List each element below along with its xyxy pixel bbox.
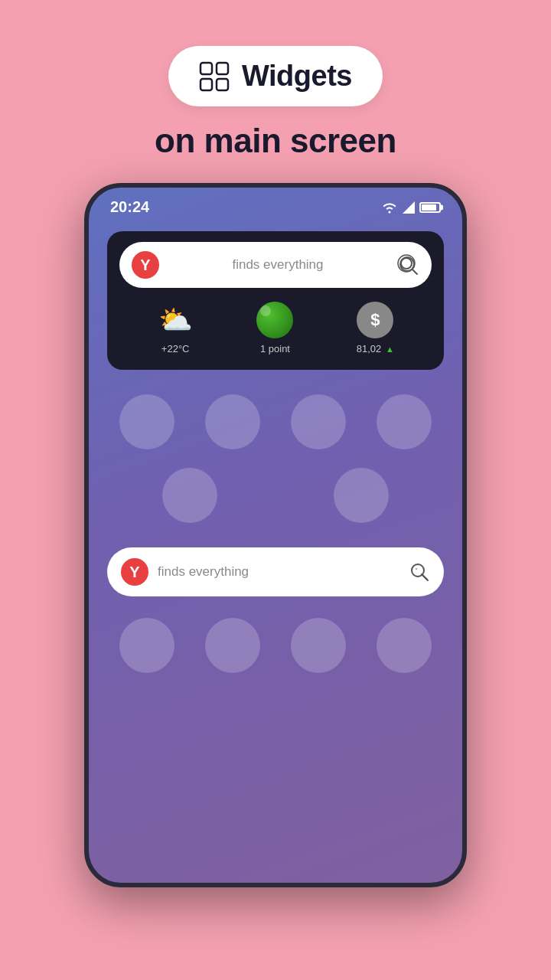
stock-trend: ▲	[386, 345, 394, 354]
svg-point-9	[416, 568, 417, 570]
app-icon[interactable]	[377, 618, 432, 673]
app-icon[interactable]	[377, 394, 432, 449]
large-widget: Y finds everything ⛅	[107, 231, 444, 370]
app-icon[interactable]	[334, 468, 389, 523]
signal-icon	[403, 201, 415, 214]
app-icon[interactable]	[119, 618, 174, 673]
svg-rect-1	[217, 63, 228, 74]
phone-mockup: 20:24	[84, 183, 467, 918]
lens-icon-small	[409, 561, 430, 583]
app-icon[interactable]	[291, 618, 346, 673]
weather-icon: ⛅	[157, 302, 194, 338]
stock-widget-item: $ 81,02 ▲	[357, 302, 394, 354]
search-placeholder-small: finds everything	[158, 564, 399, 580]
svg-marker-4	[403, 201, 415, 214]
search-placeholder-large: finds everything	[167, 257, 389, 273]
status-time: 20:24	[110, 198, 149, 216]
status-bar: 20:24	[89, 188, 462, 216]
svg-rect-0	[201, 63, 212, 74]
badge-label: Widgets	[242, 60, 352, 93]
widgets-icon	[199, 61, 230, 92]
widgets-badge: Widgets	[168, 46, 383, 106]
small-widget[interactable]: Y finds everything	[107, 547, 444, 596]
subtitle: on main screen	[155, 122, 396, 160]
battery-icon	[419, 202, 441, 213]
stock-label: 81,02 ▲	[357, 343, 394, 354]
top-section: Widgets on main screen	[155, 0, 396, 160]
app-icon[interactable]	[119, 394, 174, 449]
phone-frame: 20:24	[84, 183, 467, 887]
app-icon[interactable]	[205, 394, 260, 449]
weather-label: +22°C	[161, 343, 190, 354]
app-icon[interactable]	[205, 618, 260, 673]
bottom-grid	[107, 618, 444, 673]
wifi-icon	[381, 201, 398, 214]
status-icons	[381, 201, 441, 214]
app-icon[interactable]	[162, 468, 217, 523]
weather-widget-item: ⛅ +22°C	[157, 302, 194, 354]
points-widget-item: 1 point	[256, 302, 293, 354]
search-bar[interactable]: Y finds everything	[119, 242, 432, 288]
lens-icon-large	[396, 253, 419, 276]
points-icon	[256, 302, 293, 338]
app-grid-row1	[107, 394, 444, 449]
widget-bottom-row: ⛅ +22°C 1 point $ 81,02 ▲	[119, 299, 432, 359]
app-icon[interactable]	[291, 394, 346, 449]
app-grid-row2	[113, 468, 438, 523]
svg-rect-3	[217, 79, 228, 90]
stock-icon: $	[357, 302, 393, 338]
svg-rect-2	[201, 79, 212, 90]
yandex-logo: Y	[132, 251, 159, 279]
widget-area: Y finds everything ⛅	[107, 231, 444, 370]
points-label: 1 point	[260, 343, 290, 354]
yandex-logo-small: Y	[121, 558, 148, 586]
